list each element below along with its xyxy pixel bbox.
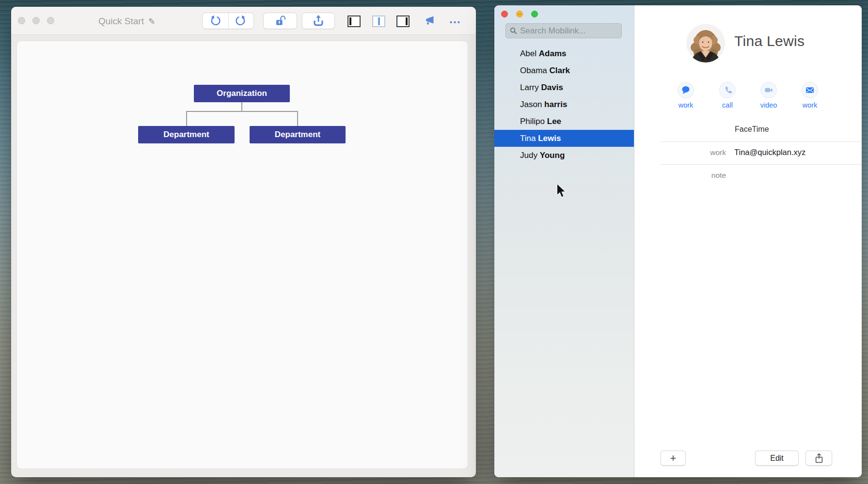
note-field-label: note: [634, 171, 726, 180]
zoom-window-button[interactable]: [531, 11, 538, 17]
cursor-arrow-icon: [556, 183, 567, 198]
chat-bubble-icon: [678, 82, 694, 98]
diagram-canvas[interactable]: Organization Department Department: [16, 41, 468, 469]
contact-first-name: Philipo: [520, 117, 545, 126]
contact-first-name: Larry: [520, 83, 539, 93]
undo-redo-group: [202, 13, 254, 29]
video-action[interactable]: video: [752, 82, 786, 109]
undo-button[interactable]: [203, 13, 228, 29]
action-label: video: [760, 101, 777, 109]
email-field-value[interactable]: Tina@quickplan.xyz: [734, 148, 805, 157]
search-field[interactable]: [505, 23, 622, 38]
contact-list-item[interactable]: Abel Adams: [494, 45, 634, 62]
contacts-window: Abel Adams Obama Clark Larry Davis Jason…: [494, 5, 862, 477]
search-icon: [510, 27, 517, 34]
export-button[interactable]: [302, 13, 335, 29]
contact-first-name: Jason: [520, 100, 542, 109]
message-work-action[interactable]: work: [669, 82, 703, 109]
contact-list-item-selected[interactable]: Tina Lewis: [494, 130, 634, 147]
facetime-row-label: FaceTime: [735, 125, 769, 134]
toggle-left-panel-button[interactable]: [347, 16, 361, 27]
action-label: work: [803, 101, 818, 109]
minimize-window-button[interactable]: [516, 11, 523, 17]
rename-pencil-icon[interactable]: ✎: [148, 16, 155, 27]
middle-panel-icon: [378, 17, 380, 25]
toggle-right-panel-button[interactable]: [396, 16, 410, 27]
quickplan-titlebar: Quick Start ✎: [11, 7, 476, 35]
call-action[interactable]: call: [710, 82, 744, 109]
contact-name: Tina Lewis: [734, 33, 805, 49]
org-chart-connector: [186, 111, 298, 112]
contact-last-name: Davis: [541, 83, 563, 93]
minimize-window-button[interactable]: [32, 17, 40, 24]
close-window-button[interactable]: [18, 17, 25, 24]
share-contact-button[interactable]: [805, 451, 832, 466]
org-chart-connector: [297, 111, 298, 126]
toggle-middle-panel-button[interactable]: [372, 16, 385, 27]
contact-first-name: Abel: [520, 49, 537, 59]
undo-icon: [209, 15, 221, 27]
share-up-icon: [312, 14, 325, 28]
avatar-photo: [686, 24, 725, 62]
contact-list-item[interactable]: Jason harris: [494, 96, 634, 113]
contact-last-name: Lewis: [538, 134, 561, 143]
mouse-cursor: [556, 183, 567, 200]
action-label: call: [722, 101, 733, 109]
contact-first-name: Obama: [520, 66, 547, 76]
org-chart-connector: [241, 102, 242, 111]
document-title-text: Quick Start: [98, 16, 144, 27]
add-contact-button[interactable]: +: [661, 451, 686, 466]
left-panel-icon: [349, 17, 351, 25]
video-camera-icon: [760, 82, 777, 98]
lock-button[interactable]: [263, 13, 297, 29]
contact-list: Abel Adams Obama Clark Larry Davis Jason…: [494, 45, 634, 164]
document-title: Quick Start ✎: [98, 16, 155, 27]
contact-last-name: harris: [544, 100, 567, 109]
contact-list-item[interactable]: Philipo Lee: [494, 113, 634, 130]
more-options-button[interactable]: •••: [450, 18, 461, 26]
divider: [661, 141, 862, 142]
edit-contact-button[interactable]: Edit: [755, 451, 799, 466]
contact-detail-pane: Tina Lewis work call: [634, 5, 862, 477]
action-label: work: [679, 101, 694, 109]
org-chart-root-node[interactable]: Organization: [194, 85, 290, 102]
search-input[interactable]: [520, 26, 617, 36]
envelope-icon: [802, 82, 818, 98]
announcement-megaphone-button[interactable]: [424, 15, 437, 28]
contact-first-name: Judy: [520, 151, 537, 160]
redo-button[interactable]: [228, 13, 254, 29]
right-panel-icon: [406, 17, 408, 25]
quickplan-window: Quick Start ✎: [11, 7, 476, 477]
email-work-action[interactable]: work: [793, 82, 827, 109]
email-field-label: work: [634, 148, 726, 157]
contact-last-name: Clark: [549, 66, 570, 76]
contact-last-name: Young: [540, 151, 565, 160]
contact-first-name: Tina: [520, 134, 536, 143]
share-contact-icon: [814, 453, 824, 464]
phone-icon: [719, 82, 736, 98]
redo-icon: [235, 15, 247, 27]
zoom-window-button[interactable]: [47, 17, 54, 24]
contact-last-name: Lee: [547, 117, 561, 126]
org-chart-child-node[interactable]: Department: [250, 126, 346, 143]
org-chart-child-node[interactable]: Department: [138, 126, 235, 143]
contacts-sidebar: Abel Adams Obama Clark Larry Davis Jason…: [494, 5, 634, 477]
avatar: [686, 24, 725, 62]
contact-list-item[interactable]: Larry Davis: [494, 79, 634, 96]
contact-last-name: Adams: [539, 49, 567, 59]
contact-list-item[interactable]: Obama Clark: [494, 62, 634, 79]
contact-list-item[interactable]: Judy Young: [494, 147, 634, 164]
divider: [661, 164, 862, 165]
org-chart-connector: [186, 111, 187, 126]
unlock-icon: [273, 14, 287, 28]
close-window-button[interactable]: [501, 11, 508, 17]
